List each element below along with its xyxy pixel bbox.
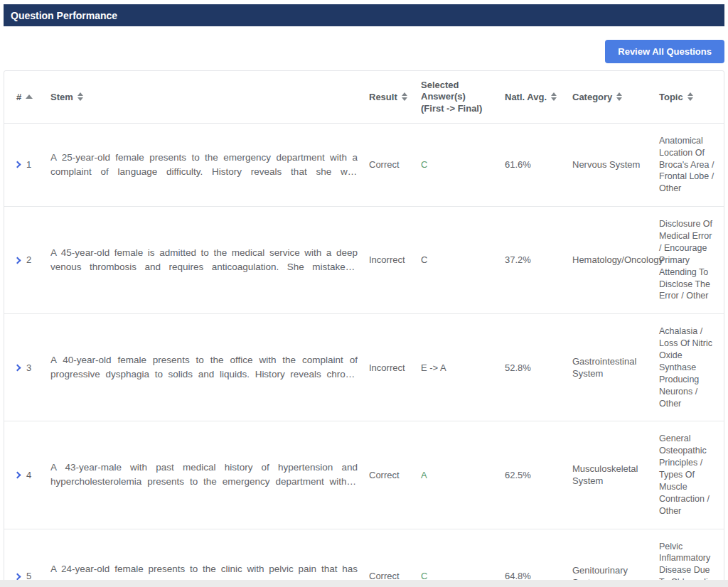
topic-value: Achalasia / Loss Of Nitric Oxide Synthas… <box>659 325 717 409</box>
selected-answer-value: E -> A <box>421 362 446 375</box>
selected-answer-cell: E -> A <box>415 314 499 421</box>
row-number-cell: 3 <box>4 314 45 421</box>
row-number-cell: 1 <box>4 124 45 206</box>
selected-answer-value: A <box>421 469 427 482</box>
column-header-number-label: # <box>16 92 21 102</box>
topic-cell: Anatomical Location Of Broca's Area / Fr… <box>653 124 724 206</box>
stem-cell: A 24-year-old female presents to the cli… <box>45 529 363 581</box>
result-cell: Correct <box>363 124 415 206</box>
selected-answer-value: C <box>421 158 427 171</box>
selected-answer-value: C <box>421 570 427 580</box>
topic-value: Disclosure Of Medical Error / Encourage … <box>659 218 717 302</box>
natl-avg-value: 61.6% <box>505 158 531 171</box>
expand-row-chevron-icon[interactable] <box>14 364 21 371</box>
topic-cell: General Osteopathic Principles / Types O… <box>653 421 724 528</box>
category-value: Hematology/Oncology <box>572 254 663 266</box>
table-row: 1 A 25-year-old female presents to the e… <box>4 123 724 206</box>
column-header-result[interactable]: Result <box>363 71 415 123</box>
sort-ascending-icon <box>26 95 33 99</box>
question-table: # Stem Result Selected Answer(s) (First … <box>4 70 724 580</box>
result-cell: Correct <box>363 421 415 528</box>
sort-icon <box>616 92 622 101</box>
column-header-natl-avg-label: Natl. Avg. <box>505 92 547 102</box>
row-number-cell: 2 <box>4 207 45 313</box>
table-body: 1 A 25-year-old female presents to the e… <box>4 123 724 580</box>
table-row: 3 A 40-year-old female presents to the o… <box>4 313 724 421</box>
natl-avg-value: 64.8% <box>505 570 531 580</box>
natl-avg-cell: 37.2% <box>499 207 567 313</box>
category-value: Nervous System <box>572 158 640 171</box>
natl-avg-value: 62.5% <box>505 469 531 482</box>
selected-answer-cell: C <box>415 207 499 313</box>
natl-avg-cell: 64.8% <box>499 529 567 581</box>
natl-avg-cell: 52.8% <box>499 314 567 421</box>
category-cell: Musculoskeletal System <box>567 421 653 528</box>
category-value: Genitourinary System <box>572 564 648 580</box>
table-row: 4 A 43-year-male with past medical histo… <box>4 421 724 528</box>
category-cell: Nervous System <box>567 124 653 206</box>
sort-icon <box>687 92 693 101</box>
result-value: Incorrect <box>369 362 405 375</box>
topic-value: General Osteopathic Principles / Types O… <box>659 433 717 517</box>
stem-cell: A 45-year-old female is admitted to the … <box>45 207 363 313</box>
column-header-topic-label: Topic <box>659 92 683 102</box>
row-number: 1 <box>26 158 31 171</box>
stem-text: A 40-year-old female presents to the off… <box>50 353 358 382</box>
sort-icon <box>551 92 557 101</box>
category-cell: Hematology/Oncology <box>567 207 653 313</box>
category-cell: Gastrointestinal System <box>567 314 653 421</box>
result-value: Correct <box>369 158 400 171</box>
stem-text: A 24-year-old female presents to the cli… <box>50 562 358 580</box>
column-header-stem[interactable]: Stem <box>45 71 363 123</box>
panel-title: Question Performance <box>11 10 117 21</box>
column-header-category-label: Category <box>572 92 612 102</box>
stem-cell: A 25-year-old female presents to the eme… <box>45 124 363 206</box>
natl-avg-value: 37.2% <box>505 254 531 266</box>
natl-avg-value: 52.8% <box>505 362 531 375</box>
panel-titlebar: Question Performance <box>4 4 724 26</box>
column-header-category[interactable]: Category <box>567 71 653 123</box>
expand-row-chevron-icon[interactable] <box>14 161 21 168</box>
expand-row-chevron-icon[interactable] <box>14 257 21 264</box>
sort-icon <box>77 92 83 101</box>
stem-cell: A 40-year-old female presents to the off… <box>45 314 363 421</box>
expand-row-chevron-icon[interactable] <box>14 471 21 478</box>
topic-cell: Disclosure Of Medical Error / Encourage … <box>653 207 724 313</box>
column-header-stem-label: Stem <box>50 92 73 102</box>
natl-avg-cell: 62.5% <box>499 421 567 528</box>
table-row: 2 A 45-year-old female is admitted to th… <box>4 206 724 313</box>
result-value: Correct <box>369 570 400 580</box>
review-all-questions-button[interactable]: Review All Questions <box>605 40 724 63</box>
selected-answer-cell: C <box>415 124 499 206</box>
topic-value: Anatomical Location Of Broca's Area / Fr… <box>659 135 717 195</box>
stem-cell: A 43-year-male with past medical history… <box>45 421 363 528</box>
column-header-natl-avg[interactable]: Natl. Avg. <box>499 71 567 123</box>
stem-text: A 43-year-male with past medical history… <box>50 461 358 490</box>
stem-text: A 25-year-old female presents to the eme… <box>50 151 358 180</box>
result-cell: Incorrect <box>363 314 415 421</box>
expand-row-chevron-icon[interactable] <box>14 573 21 580</box>
column-header-result-label: Result <box>369 92 397 102</box>
row-number-cell: 5 <box>4 529 45 581</box>
topic-value: Pelvic Inflammatory Disease Due To Chlam… <box>659 541 717 581</box>
row-number: 5 <box>26 570 31 580</box>
topic-cell: Pelvic Inflammatory Disease Due To Chlam… <box>653 529 724 581</box>
toolbar: Review All Questions <box>4 26 724 70</box>
page: Question Performance Review All Question… <box>0 0 728 580</box>
category-value: Musculoskeletal System <box>572 463 648 488</box>
sort-icon <box>402 92 407 101</box>
result-value: Correct <box>369 469 400 482</box>
row-number: 2 <box>26 254 31 266</box>
selected-answer-value: C <box>421 254 427 266</box>
column-header-number[interactable]: # <box>4 71 45 123</box>
row-number-cell: 4 <box>4 421 45 528</box>
table-row: 5 A 24-year-old female presents to the c… <box>4 529 724 581</box>
column-header-topic[interactable]: Topic <box>653 71 724 123</box>
selected-answer-cell: A <box>415 421 499 528</box>
stem-text: A 45-year-old female is admitted to the … <box>50 246 358 275</box>
result-value: Incorrect <box>369 254 405 266</box>
natl-avg-cell: 61.6% <box>499 124 567 206</box>
column-header-selected-answers-label: Selected Answer(s) (First -> Final) <box>421 80 493 114</box>
row-number: 3 <box>26 362 31 375</box>
selected-answer-cell: C <box>415 529 499 581</box>
